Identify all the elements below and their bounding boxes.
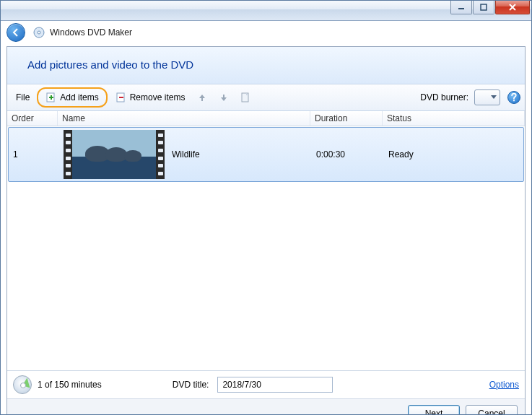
add-items-button[interactable]: Add items <box>40 89 103 105</box>
column-order[interactable]: Order <box>7 111 58 126</box>
minimize-button[interactable] <box>450 1 472 14</box>
move-down-button[interactable] <box>214 89 233 105</box>
remove-items-icon <box>115 92 127 103</box>
app-icon <box>32 26 45 39</box>
column-duration[interactable]: Duration <box>310 111 383 126</box>
move-up-button[interactable] <box>193 89 212 105</box>
cell-duration: 0:00:30 <box>312 148 384 161</box>
app-title: Windows DVD Maker <box>50 27 132 38</box>
maximize-button[interactable] <box>473 1 494 14</box>
dvd-burner-label: DVD burner: <box>420 92 468 102</box>
close-button[interactable] <box>495 1 530 14</box>
video-thumbnail <box>64 130 165 179</box>
options-link[interactable]: Options <box>489 380 519 390</box>
titlebar-drag-area[interactable] <box>1 1 450 20</box>
add-items-icon <box>45 92 57 103</box>
svg-point-7 <box>513 100 515 101</box>
help-icon <box>510 93 518 102</box>
column-status[interactable]: Status <box>383 111 525 126</box>
svg-point-3 <box>38 31 40 34</box>
cell-status: Ready <box>384 148 523 161</box>
minimize-icon <box>458 4 465 11</box>
cancel-button[interactable]: Cancel <box>466 405 518 415</box>
status-bar: 1 of 150 minutes DVD title: Options <box>7 370 525 398</box>
close-icon <box>508 4 517 11</box>
help-button[interactable] <box>507 91 520 104</box>
svg-rect-0 <box>458 8 464 9</box>
arrow-down-icon <box>218 92 230 103</box>
thumbnail-image <box>72 130 156 179</box>
back-arrow-icon <box>11 27 21 38</box>
remove-items-label: Remove items <box>130 92 186 102</box>
remove-items-button[interactable]: Remove items <box>110 89 191 105</box>
properties-button[interactable] <box>236 89 255 105</box>
page-heading: Add pictures and video to the DVD <box>7 47 525 84</box>
toolbar: File Add items Remove items <box>7 84 525 111</box>
add-items-highlight: Add items <box>37 87 107 108</box>
item-list: Order Name Duration Status 1 <box>7 111 525 370</box>
dvd-title-input[interactable] <box>217 377 333 393</box>
filmstrip-right-icon <box>156 130 165 179</box>
dvd-title-label: DVD title: <box>173 380 212 390</box>
dvd-burner-select[interactable] <box>474 89 500 105</box>
footer: Next Cancel <box>7 398 525 415</box>
window-controls <box>450 1 531 20</box>
column-name[interactable]: Name <box>58 111 310 126</box>
cell-order: 1 <box>9 148 59 161</box>
arrow-up-icon <box>196 92 208 103</box>
add-items-label: Add items <box>60 92 98 102</box>
dvd-maker-icon <box>33 27 45 38</box>
list-row[interactable]: 1 Wildlife 0:00:30 <box>8 127 524 182</box>
file-menu[interactable]: File <box>12 91 34 104</box>
filmstrip-left-icon <box>64 130 72 179</box>
titlebar <box>1 1 531 21</box>
item-name: Wildlife <box>172 149 200 160</box>
svg-rect-1 <box>481 4 487 10</box>
page-icon <box>240 92 251 103</box>
back-button[interactable] <box>6 23 25 42</box>
chevron-down-icon <box>491 95 497 100</box>
disc-usage-icon <box>13 375 32 394</box>
cell-name: Wildlife <box>59 128 312 180</box>
content-panel: Add pictures and video to the DVD File A… <box>6 46 526 415</box>
minutes-status: 1 of 150 minutes <box>38 380 102 390</box>
next-button[interactable]: Next <box>408 405 460 415</box>
header-row: Windows DVD Maker <box>1 21 531 44</box>
maximize-icon <box>480 4 487 11</box>
list-header: Order Name Duration Status <box>7 111 525 126</box>
